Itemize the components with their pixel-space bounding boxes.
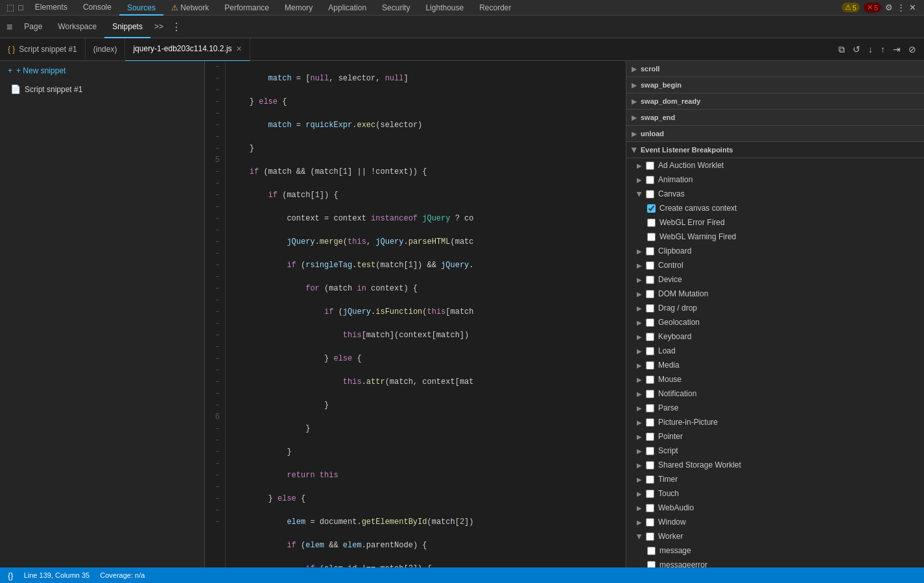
checkbox-control[interactable] (646, 261, 654, 270)
cursor-position[interactable]: Line 139, Column 35 (24, 571, 90, 579)
checkbox-clipboard[interactable] (646, 247, 654, 256)
item-drag-drop[interactable]: ▶ Drag / drop (626, 301, 924, 315)
item-pointer[interactable]: ▶ Pointer (626, 429, 924, 444)
item-control[interactable]: ▶ Control (626, 258, 924, 272)
checkbox-parse[interactable] (646, 404, 654, 412)
device-icon[interactable]: □ (18, 3, 23, 12)
inspect-icon[interactable]: ⬚ (6, 3, 14, 12)
item-window[interactable]: ▶ Window (626, 515, 924, 529)
item-clipboard[interactable]: ▶ Clipboard (626, 244, 924, 258)
tab-memory[interactable]: Memory (277, 0, 320, 16)
tab-snippets[interactable]: Snippets (104, 16, 150, 38)
checkbox-timer[interactable] (646, 475, 654, 484)
checkbox-media[interactable] (646, 361, 654, 370)
event-listener-breakpoints-section[interactable]: ▶ Event Listener Breakpoints (626, 142, 924, 158)
swap-begin-section[interactable]: ▶ swap_begin (626, 77, 924, 93)
item-shared-storage-worklet[interactable]: ▶ Shared Storage Worklet (626, 458, 924, 472)
item-parse[interactable]: ▶ Parse (626, 401, 924, 415)
expand-arrow-icon-media: ▶ (637, 362, 642, 369)
checkbox-pointer[interactable] (646, 433, 654, 441)
item-dom-mutation[interactable]: ▶ DOM Mutation (626, 287, 924, 301)
checkbox-load[interactable] (646, 347, 654, 355)
item-create-canvas-context[interactable]: Create canvas context (626, 201, 924, 215)
item-geolocation[interactable]: ▶ Geolocation (626, 315, 924, 329)
item-ad-auction-worklet[interactable]: ▶ Ad Auction Worklet (626, 158, 924, 173)
item-webgl-warning-fired[interactable]: WebGL Warning Fired (626, 230, 924, 244)
checkbox-worker[interactable] (646, 532, 654, 541)
checkbox-webaudio[interactable] (646, 504, 654, 512)
new-snippet-button[interactable]: + + New snippet (0, 61, 204, 80)
step-up-icon[interactable]: ↑ (878, 43, 888, 56)
item-keyboard[interactable]: ▶ Keyboard (626, 329, 924, 344)
close-tab-icon[interactable]: ✕ (236, 38, 242, 60)
checkbox-ad-auction-worklet[interactable] (646, 161, 654, 170)
file-tab-script-snippet[interactable]: { } Script snippet #1 (0, 38, 86, 61)
checkbox-drag-drop[interactable] (646, 304, 654, 313)
tab-page[interactable]: Page (16, 16, 50, 38)
checkbox-messageerror[interactable] (647, 561, 656, 568)
item-script[interactable]: ▶ Script (626, 444, 924, 458)
swap-end-section[interactable]: ▶ swap_end (626, 110, 924, 126)
item-touch[interactable]: ▶ Touch (626, 486, 924, 501)
step-over-icon[interactable]: ⇥ (890, 43, 903, 56)
checkbox-notification[interactable] (646, 390, 654, 398)
subtab-more-icon[interactable]: ⋮ (167, 16, 185, 38)
checkbox-geolocation[interactable] (646, 318, 654, 327)
tab-network[interactable]: ⚠ Network (163, 0, 217, 16)
item-message[interactable]: message (626, 543, 924, 558)
item-worker[interactable]: ▶ Worker (626, 529, 924, 543)
checkbox-mouse[interactable] (646, 375, 654, 384)
checkbox-webgl-warning-fired[interactable] (647, 233, 656, 241)
checkbox-dom-mutation[interactable] (646, 290, 654, 298)
checkbox-webgl-error-fired[interactable] (647, 219, 656, 227)
code-editor[interactable]: ––––– –––5– ––––– ––––– ––––– ––––– 6–––… (205, 61, 626, 567)
item-load[interactable]: ▶ Load (626, 344, 924, 358)
item-notification[interactable]: ▶ Notification (626, 387, 924, 401)
scroll-section[interactable]: ▶ scroll (626, 61, 924, 77)
item-timer[interactable]: ▶ Timer (626, 472, 924, 486)
item-webgl-error-fired[interactable]: WebGL Error Fired (626, 215, 924, 230)
item-device[interactable]: ▶ Device (626, 272, 924, 287)
unload-section[interactable]: ▶ unload (626, 126, 924, 142)
checkbox-animation[interactable] (646, 176, 654, 184)
checkbox-keyboard[interactable] (646, 333, 654, 341)
item-webaudio[interactable]: ▶ WebAudio (626, 501, 924, 515)
item-messageerror[interactable]: messageerror (626, 558, 924, 567)
subtab-overflow-icon[interactable]: >> (150, 16, 167, 38)
tab-sources[interactable]: Sources (119, 0, 163, 16)
coverage-status[interactable]: Coverage: n/a (100, 571, 145, 579)
checkbox-message[interactable] (647, 547, 656, 555)
item-picture-in-picture[interactable]: ▶ Picture-in-Picture (626, 415, 924, 429)
tab-workspace[interactable]: Workspace (50, 16, 104, 38)
file-tab-jquery[interactable]: jquery-1-edb203c114.10.2.js ✕ (125, 38, 250, 61)
checkbox-window[interactable] (646, 518, 654, 527)
code-editor-area[interactable]: ––––– –––5– ––––– ––––– ––––– ––––– 6–––… (205, 61, 626, 567)
checkbox-script[interactable] (646, 447, 654, 455)
more-icon[interactable]: ⋮ (897, 3, 905, 12)
checkbox-picture-in-picture[interactable] (646, 418, 654, 427)
checkbox-canvas[interactable] (646, 190, 654, 198)
tab-recorder[interactable]: Recorder (471, 0, 519, 16)
tab-application[interactable]: Application (320, 0, 374, 16)
deactivate-breakpoints-icon[interactable]: ⊘ (906, 43, 919, 56)
checkbox-create-canvas-context[interactable] (647, 204, 656, 213)
step-down-icon[interactable]: ↓ (866, 43, 875, 56)
split-editor-icon[interactable]: ⧉ (836, 43, 847, 56)
checkbox-touch[interactable] (646, 490, 654, 498)
tab-security[interactable]: Security (374, 0, 418, 16)
tab-lighthouse[interactable]: Lighthouse (418, 0, 471, 16)
settings-icon[interactable]: ⚙ (885, 3, 893, 12)
close-devtools-icon[interactable]: ✕ (909, 3, 916, 12)
file-tab-index[interactable]: (index) (86, 38, 126, 61)
reload-icon[interactable]: ↺ (850, 43, 863, 56)
item-canvas[interactable]: ▶ Canvas (626, 187, 924, 201)
sidebar-item-script-snippet-1[interactable]: 📄 Script snippet #1 (0, 80, 204, 98)
tab-performance[interactable]: Performance (217, 0, 277, 16)
checkbox-device[interactable] (646, 276, 654, 284)
toggle-sidebar-btn[interactable]: ≡ (3, 16, 16, 38)
item-mouse[interactable]: ▶ Mouse (626, 372, 924, 387)
item-animation[interactable]: ▶ Animation (626, 173, 924, 187)
item-media[interactable]: ▶ Media (626, 358, 924, 372)
swap-dom-ready-section[interactable]: ▶ swap_dom_ready (626, 93, 924, 110)
checkbox-shared-storage-worklet[interactable] (646, 461, 654, 470)
